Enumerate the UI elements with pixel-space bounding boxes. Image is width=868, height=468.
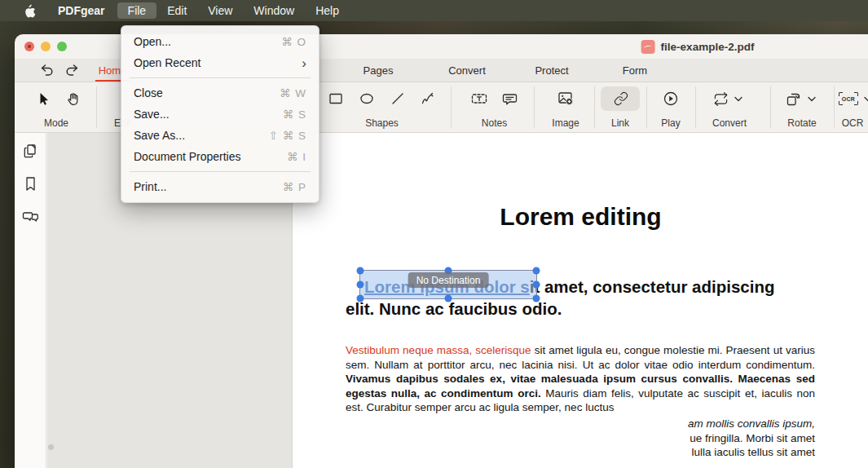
apple-menu[interactable] <box>15 2 46 20</box>
toolbar-group-notes: Notes <box>464 82 525 133</box>
toolbar-group-label: Link <box>611 117 629 129</box>
toolbar-group-convert: Convert <box>702 82 757 133</box>
menubar-app-name[interactable]: PDFgear <box>46 2 117 19</box>
toolbar-group-shapes: Shapes <box>319 82 444 133</box>
redo-button[interactable] <box>64 63 80 79</box>
minimize-window-button[interactable] <box>41 42 51 51</box>
rotate-button[interactable] <box>784 90 802 108</box>
toolbar-group-ocr: OCR OCR <box>830 82 868 133</box>
ocr-icon-text: OCR <box>842 96 855 102</box>
menu-item-open-recent[interactable]: Open Recent › <box>121 52 319 73</box>
menu-separator <box>130 77 311 78</box>
unsaved-changes-dot <box>28 45 31 48</box>
line-icon <box>390 91 405 106</box>
menu-item-save-as[interactable]: Save As... ⇧ ⌘ S <box>121 125 319 146</box>
zoom-window-button[interactable] <box>57 42 67 51</box>
menu-item-close[interactable]: Close ⌘ W <box>121 82 319 104</box>
toolbar-group-rotate: Rotate <box>777 82 827 133</box>
menu-item-shortcut: ⌘ S <box>283 108 306 121</box>
chevron-down-icon <box>808 96 816 102</box>
pdf-file-icon <box>641 40 655 54</box>
link-button[interactable] <box>612 90 630 108</box>
insert-image-button[interactable] <box>557 90 575 108</box>
bookmark-icon <box>22 175 39 192</box>
ellipse-shape-button[interactable] <box>358 90 376 108</box>
toolbar-separator <box>96 86 97 128</box>
toolbar-group-label: Rotate <box>787 117 816 129</box>
menubar-item-file[interactable]: File <box>117 2 157 19</box>
hand-icon <box>65 91 81 107</box>
menu-item-shortcut: ⇧ ⌘ S <box>269 129 306 142</box>
toolbar-separator <box>695 86 696 128</box>
menubar-item-edit[interactable]: Edit <box>156 2 197 19</box>
erased-line-fragment: lulla iaculis tellus sit amet <box>346 445 815 460</box>
submenu-chevron-icon: › <box>302 56 306 70</box>
body-red-text: Vestibulum neque massa, scelerisque <box>346 344 531 356</box>
convert-button[interactable] <box>712 90 729 108</box>
selection-handle-bottom-right[interactable] <box>533 295 540 302</box>
toolbar-group-play: Play <box>653 82 689 133</box>
toolbar-group-mode: Mode <box>28 82 85 133</box>
subheading-line-2: elit. Nunc ac faucibus odio. <box>346 298 835 320</box>
play-circle-icon <box>663 91 679 107</box>
toolbar-separator <box>646 86 647 128</box>
menubar-item-help[interactable]: Help <box>305 2 350 19</box>
comment-bubble-icon <box>502 91 518 107</box>
selection-handle-top-left[interactable] <box>357 267 364 275</box>
menu-item-shortcut: ⌘ P <box>283 180 306 193</box>
no-destination-tooltip: No Destination <box>408 272 489 288</box>
toolbar-group-label: Image <box>552 117 579 129</box>
select-mode-button[interactable] <box>34 90 52 108</box>
convert-cycle-icon <box>713 91 729 107</box>
selection-handle-bottom-center[interactable] <box>445 295 452 302</box>
toolbar-separator <box>534 86 535 128</box>
close-window-button[interactable] <box>24 42 34 51</box>
document-page[interactable]: Lorem editing Lorem ipsum dolor sit amet… <box>292 133 868 468</box>
menu-item-document-properties[interactable]: Document Properties ⌘ I <box>121 146 319 167</box>
undo-icon <box>39 63 55 79</box>
toolbar-group-link: Link <box>601 82 640 133</box>
tab-pages[interactable]: Pages <box>359 59 399 82</box>
tab-form[interactable]: Form <box>618 59 652 82</box>
hand-mode-button[interactable] <box>64 90 82 108</box>
menu-item-print[interactable]: Print... ⌘ P <box>121 176 319 197</box>
link-annotation-selection[interactable]: No Destination <box>359 270 537 299</box>
selection-handle-mid-left[interactable] <box>357 281 364 289</box>
ocr-button[interactable]: OCR <box>838 90 859 108</box>
erased-line-fragment: am mollis convallis ipsum, <box>346 417 815 431</box>
menu-item-open[interactable]: Open... ⌘ O <box>121 31 319 52</box>
text-box-icon <box>471 91 487 106</box>
selection-handle-top-right[interactable] <box>533 267 540 275</box>
apple-logo-icon <box>24 4 36 18</box>
selection-handle-bottom-left[interactable] <box>357 295 364 302</box>
file-menu-dropdown: Open... ⌘ O Open Recent › Close ⌘ W Save… <box>121 25 319 203</box>
rotate-dropdown-button[interactable] <box>808 96 816 102</box>
menu-item-label: Open... <box>134 35 171 48</box>
toolbar-group-label: Notes <box>482 117 507 129</box>
comment-button[interactable] <box>500 90 518 108</box>
ocr-dropdown-button[interactable] <box>864 96 868 102</box>
line-shape-button[interactable] <box>389 90 407 108</box>
menu-item-shortcut: ⌘ O <box>281 35 306 48</box>
menubar-item-window[interactable]: Window <box>243 2 305 19</box>
menu-item-label: Save... <box>134 108 170 121</box>
rectangle-shape-button[interactable] <box>327 90 345 108</box>
chat-bubbles-icon <box>22 208 39 225</box>
image-plus-icon <box>557 91 574 107</box>
menu-item-label: Save As... <box>134 129 185 142</box>
selection-handle-mid-right[interactable] <box>533 281 540 289</box>
page-thumbnails-button[interactable] <box>22 143 39 160</box>
panel-scrollbar-dot[interactable] <box>48 444 54 450</box>
menu-item-save[interactable]: Save... ⌘ S <box>121 104 319 125</box>
menubar-item-view[interactable]: View <box>197 2 243 19</box>
bookmarks-button[interactable] <box>22 175 39 192</box>
comments-panel-button[interactable] <box>22 208 39 225</box>
text-box-button[interactable] <box>470 90 488 108</box>
tab-protect[interactable]: Protect <box>530 59 573 82</box>
undo-button[interactable] <box>39 63 55 79</box>
play-button[interactable] <box>662 90 680 108</box>
freehand-draw-button[interactable] <box>419 90 437 108</box>
tab-convert[interactable]: Convert <box>443 59 491 82</box>
convert-dropdown-button[interactable] <box>734 96 742 102</box>
ocr-brackets-icon: OCR <box>839 92 858 105</box>
